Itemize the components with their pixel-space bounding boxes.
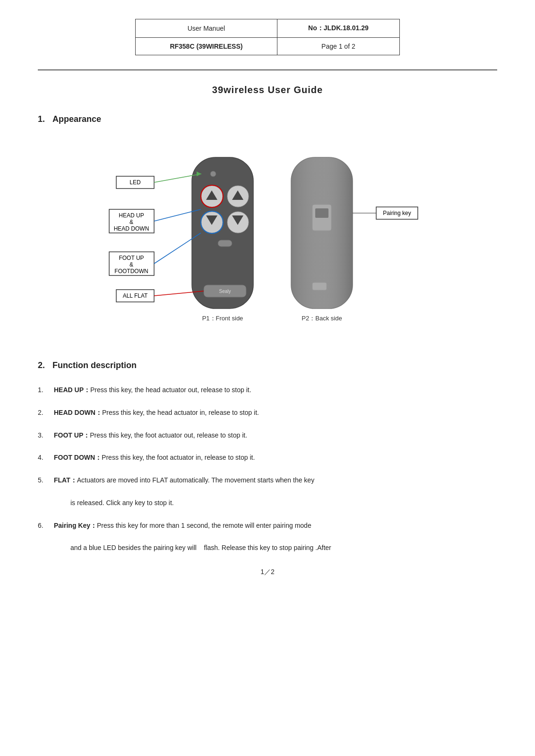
section2-title: Function description xyxy=(52,361,137,370)
svg-marker-17 xyxy=(232,190,243,200)
svg-rect-6 xyxy=(109,252,154,275)
page: User Manuel No：JLDK.18.01.29 RF358C (39W… xyxy=(0,0,535,756)
svg-line-36 xyxy=(154,174,201,182)
svg-line-38 xyxy=(154,209,201,221)
svg-rect-28 xyxy=(291,157,353,309)
svg-marker-37 xyxy=(197,172,201,176)
func-bold: HEAD UP： xyxy=(54,386,90,394)
svg-rect-34 xyxy=(376,207,418,219)
func-text: Pairing Key：Press this key for more than… xyxy=(54,520,497,554)
diagram-lines-svg: LED HEAD UP & HEAD DOWN FOOT UP & FOOTDO… xyxy=(102,138,433,337)
svg-rect-31 xyxy=(315,208,328,218)
svg-rect-16 xyxy=(227,186,249,207)
func-text: FOOT UP：Press this key, the foot actuato… xyxy=(54,430,497,441)
svg-rect-20 xyxy=(227,212,249,233)
svg-rect-18 xyxy=(201,212,223,233)
func-num: 5. xyxy=(38,475,49,485)
header-user-manuel: User Manuel xyxy=(136,19,277,38)
svg-rect-2 xyxy=(109,209,154,233)
section2-heading: 2. Function description xyxy=(38,361,497,370)
section1-heading: 1. Appearance xyxy=(38,114,497,124)
diagram-area: LED HEAD UP & HEAD DOWN FOOT UP & FOOTDO… xyxy=(102,138,433,337)
func-text: HEAD DOWN：Press this key, the head actua… xyxy=(54,407,497,419)
svg-rect-25 xyxy=(201,185,223,207)
svg-rect-23 xyxy=(204,285,246,297)
main-title: 39wireless User Guide xyxy=(38,85,497,95)
func-num: 6. xyxy=(38,520,49,531)
list-item: 4. FOOT DOWN：Press this key, the foot ac… xyxy=(38,452,497,464)
svg-text:FOOT UP: FOOT UP xyxy=(119,255,144,261)
func-bold: FLAT： xyxy=(54,476,77,484)
header-doc-number: No：JLDK.18.01.29 xyxy=(277,19,399,38)
function-list: 1. HEAD UP：Press this key, the head actu… xyxy=(38,385,497,554)
svg-rect-22 xyxy=(218,240,232,247)
func-bold: Pairing Key： xyxy=(54,522,97,529)
list-item: 1. HEAD UP：Press this key, the head actu… xyxy=(38,385,497,396)
list-item: 2. HEAD DOWN：Press this key, the head ac… xyxy=(38,407,497,419)
section2-number: 2. xyxy=(38,361,45,370)
svg-text:ALL FLAT: ALL FLAT xyxy=(123,292,148,299)
svg-line-40 xyxy=(154,291,204,296)
svg-text:LED: LED xyxy=(129,179,141,186)
svg-marker-21 xyxy=(232,215,243,225)
svg-rect-29 xyxy=(291,157,353,309)
svg-rect-10 xyxy=(116,290,154,302)
func-num: 3. xyxy=(38,430,49,440)
list-item: 6. Pairing Key：Press this key for more t… xyxy=(38,520,497,554)
svg-line-39 xyxy=(154,233,201,264)
func-bold: FOOT UP： xyxy=(54,431,90,439)
func-num: 4. xyxy=(38,452,49,463)
svg-marker-19 xyxy=(206,215,217,225)
svg-text:Pairing key: Pairing key xyxy=(383,210,411,216)
svg-rect-32 xyxy=(312,283,327,290)
func-num: 2. xyxy=(38,407,49,418)
svg-rect-0 xyxy=(116,176,154,189)
svg-text:&: & xyxy=(129,219,133,225)
svg-text:HEAD DOWN: HEAD DOWN xyxy=(114,225,149,232)
page-number: 1／2 xyxy=(38,568,497,576)
func-bold: HEAD DOWN： xyxy=(54,409,102,416)
svg-text:HEAD UP: HEAD UP xyxy=(119,212,144,219)
header-table: User Manuel No：JLDK.18.01.29 RF358C (39W… xyxy=(135,19,400,55)
func-num: 1. xyxy=(38,385,49,395)
svg-text:Sealy: Sealy xyxy=(219,289,231,294)
list-item: 5. FLAT：Actuators are moved into FLAT au… xyxy=(38,475,497,508)
func-bold: FOOT DOWN： xyxy=(54,454,102,461)
svg-text:&: & xyxy=(129,261,133,268)
svg-rect-26 xyxy=(201,211,223,233)
header-divider xyxy=(38,69,497,70)
svg-text:P1：Front side: P1：Front side xyxy=(202,315,243,322)
svg-rect-14 xyxy=(201,186,223,207)
svg-rect-30 xyxy=(312,205,331,231)
list-item: 3. FOOT UP：Press this key, the foot actu… xyxy=(38,430,497,441)
function-section: 2. Function description 1. HEAD UP：Press… xyxy=(38,361,497,554)
func-text: HEAD UP：Press this key, the head actuato… xyxy=(54,385,497,396)
section1-title: Appearance xyxy=(52,114,101,124)
section1-number: 1. xyxy=(38,114,45,124)
header-page: Page 1 of 2 xyxy=(277,38,399,55)
appearance-section: 1. Appearance LED HEAD UP & HEAD DOWN FO… xyxy=(38,114,497,337)
svg-rect-12 xyxy=(192,157,253,309)
svg-text:FOOTDOWN: FOOTDOWN xyxy=(114,268,148,275)
svg-point-13 xyxy=(210,171,216,177)
func-text: FLAT：Actuators are moved into FLAT autom… xyxy=(54,475,497,508)
header-product-name: RF358C (39WIRELESS) xyxy=(136,38,277,55)
svg-text:P2：Back side: P2：Back side xyxy=(302,315,342,322)
func-text: FOOT DOWN：Press this key, the foot actua… xyxy=(54,452,497,464)
svg-marker-15 xyxy=(206,190,217,200)
